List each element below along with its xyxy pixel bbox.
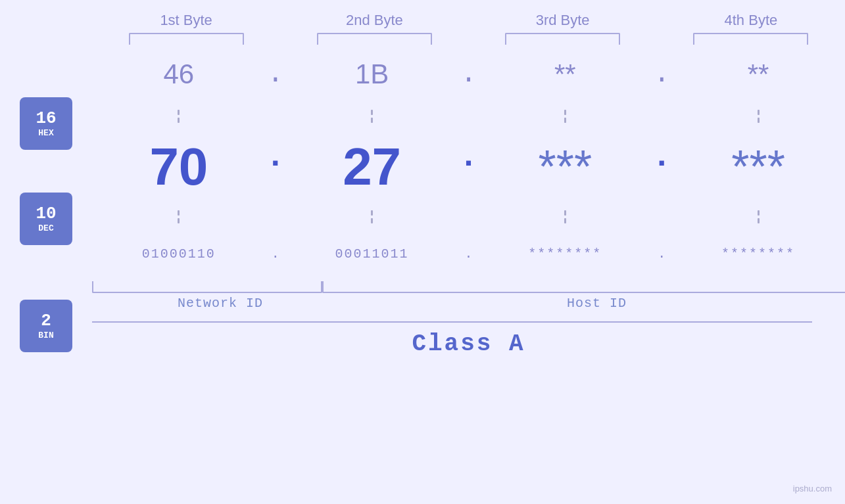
bin-val-1: 01000110	[142, 246, 216, 262]
eq-cell-5	[92, 210, 266, 223]
bin-val-2: 00011011	[335, 246, 409, 262]
bin-badge: 2 BIN	[20, 300, 72, 352]
bin-val-4: ********	[721, 246, 795, 262]
dec-dot-1: .	[266, 138, 285, 195]
hex-cell-1: 46	[92, 58, 266, 90]
eq-row-2	[0, 204, 845, 229]
main-container: 1st Byte 2nd Byte 3rd Byte 4th Byte 16 H…	[0, 0, 845, 504]
hex-cell-2: 1B	[285, 58, 459, 90]
top-bracket-row	[0, 33, 845, 45]
dec-asterisk-3: ***	[539, 141, 592, 193]
bin-cell-1: 01000110	[92, 246, 266, 262]
hex-badge-label: HEX	[38, 128, 53, 138]
id-labels-row: Network ID Host ID	[0, 296, 845, 311]
dec-badge-label: DEC	[38, 223, 53, 233]
byte-header-2: 2nd Byte	[280, 12, 468, 29]
dec-badge-num: 10	[36, 204, 56, 223]
dec-dot-3: .	[652, 138, 671, 195]
bin-dot-1: .	[266, 246, 285, 262]
network-bracket-line	[92, 281, 322, 293]
bracket-1	[92, 33, 280, 45]
hex-val-3: **	[554, 58, 576, 89]
host-bracket-container	[322, 281, 845, 293]
dec-val-2: 27	[343, 137, 401, 196]
watermark: ipshu.com	[793, 484, 832, 493]
eq-cell-7	[479, 210, 652, 223]
eq-row-1	[0, 104, 845, 129]
dec-dot-2: .	[459, 138, 479, 195]
hex-cell-4: **	[671, 58, 845, 90]
bin-cell-4: ********	[671, 246, 845, 262]
class-divider-line	[92, 321, 812, 323]
hex-val-1: 46	[164, 58, 195, 89]
hex-cell-3: **	[479, 58, 652, 90]
byte-header-3: 3rd Byte	[469, 12, 657, 29]
host-bracket-line	[322, 281, 845, 293]
network-bracket-container	[92, 281, 322, 293]
hex-dot-2: .	[459, 58, 479, 90]
eq-cell-3	[479, 110, 652, 123]
hex-val-2: 1B	[355, 58, 389, 89]
eq-cell-6	[285, 210, 459, 223]
bin-cell-2: 00011011	[285, 246, 459, 262]
bin-badge-label: BIN	[38, 331, 53, 340]
host-id-label: Host ID	[349, 296, 845, 311]
dec-badge: 10 DEC	[20, 193, 72, 245]
hex-dot-1: .	[266, 58, 285, 90]
dec-cell-4: ***	[671, 141, 845, 193]
byte-headers-row: 1st Byte 2nd Byte 3rd Byte 4th Byte	[0, 12, 845, 29]
dec-row: 70 . 27 . *** . ***	[0, 129, 845, 204]
eq-cell-1	[92, 110, 266, 123]
bottom-bracket-row	[0, 281, 845, 293]
byte-header-4: 4th Byte	[657, 12, 845, 29]
eq-cell-8	[671, 210, 845, 223]
dec-cell-2: 27	[285, 137, 459, 197]
class-label: Class A	[92, 331, 845, 357]
eq-cell-4	[671, 110, 845, 123]
bin-row: 01000110 . 00011011 . ******** . *******…	[0, 229, 845, 279]
dec-cell-3: ***	[479, 141, 652, 193]
dec-cell-1: 70	[92, 137, 266, 197]
class-section: Class A	[0, 321, 845, 357]
hex-badge: 16 HEX	[20, 97, 72, 150]
bin-cell-3: ********	[479, 246, 652, 262]
bracket-2	[280, 33, 468, 45]
bin-dot-2: .	[459, 246, 479, 262]
hex-row: 46 . 1B . ** . **	[0, 45, 845, 104]
hex-dot-3: .	[652, 58, 671, 90]
hex-val-4: **	[748, 58, 769, 89]
network-id-label: Network ID	[92, 296, 349, 311]
dec-asterisk-4: ***	[731, 141, 785, 193]
bin-val-3: ********	[528, 246, 602, 262]
bracket-4	[657, 33, 845, 45]
bin-dot-3: .	[652, 246, 671, 262]
bin-badge-num: 2	[41, 311, 51, 331]
dec-val-1: 70	[149, 137, 208, 196]
hex-badge-num: 16	[36, 109, 56, 128]
bracket-3	[469, 33, 657, 45]
eq-cell-2	[285, 110, 459, 123]
byte-header-1: 1st Byte	[92, 12, 280, 29]
